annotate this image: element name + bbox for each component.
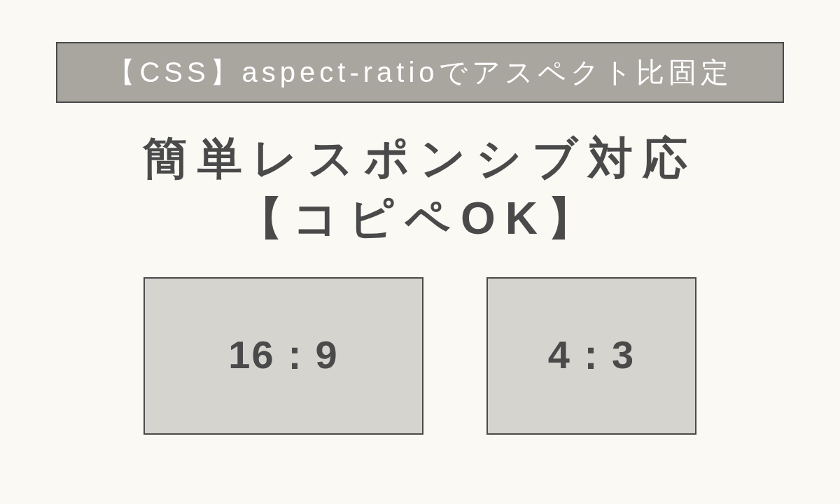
- headline: 簡単レスポンシブ対応 【コピペOK】: [143, 128, 697, 249]
- aspect-ratio-box-16-9: 16：9: [144, 277, 424, 435]
- headline-line2: 【コピペOK】: [238, 193, 602, 244]
- headline-line1: 簡単レスポンシブ対応: [143, 133, 697, 183]
- aspect-ratio-label: 4：3: [548, 329, 635, 382]
- aspect-ratio-label: 16：9: [228, 329, 338, 382]
- aspect-ratio-box-4-3: 4：3: [486, 277, 696, 435]
- title-banner: 【CSS】aspect-ratioでアスペクト比固定: [56, 42, 784, 103]
- aspect-ratio-examples: 16：9 4：3: [144, 277, 696, 435]
